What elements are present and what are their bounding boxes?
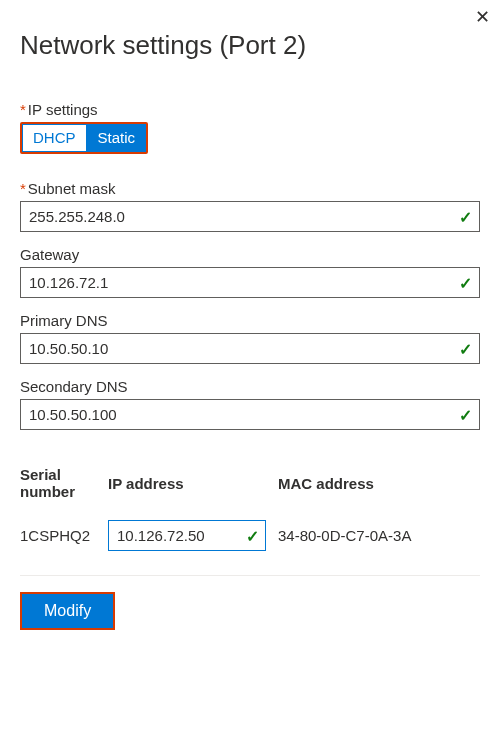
- ip-settings-toggle: DHCP Static: [20, 122, 148, 154]
- cell-ip-wrap: 10.126.72.50 ✓: [108, 520, 278, 551]
- ip-settings-label: *IP settings: [20, 101, 480, 118]
- check-icon: ✓: [246, 526, 259, 545]
- required-marker: *: [20, 101, 26, 118]
- divider: [20, 575, 480, 576]
- gateway-group: Gateway ✓: [20, 246, 480, 298]
- device-table: Serial number IP address MAC address 1CS…: [20, 466, 480, 551]
- gateway-label: Gateway: [20, 246, 480, 263]
- table-header-row: Serial number IP address MAC address: [20, 466, 480, 500]
- cell-mac: 34-80-0D-C7-0A-3A: [278, 527, 480, 544]
- secondary-dns-input[interactable]: [20, 399, 480, 430]
- check-icon: ✓: [459, 339, 472, 358]
- check-icon: ✓: [459, 273, 472, 292]
- cell-ip[interactable]: 10.126.72.50 ✓: [108, 520, 266, 551]
- secondary-dns-group: Secondary DNS ✓: [20, 378, 480, 430]
- cell-serial: 1CSPHQ2: [20, 527, 108, 544]
- subnet-label: *Subnet mask: [20, 180, 480, 197]
- subnet-label-text: Subnet mask: [28, 180, 116, 197]
- check-icon: ✓: [459, 207, 472, 226]
- primary-dns-group: Primary DNS ✓: [20, 312, 480, 364]
- table-row: 1CSPHQ2 10.126.72.50 ✓ 34-80-0D-C7-0A-3A: [20, 520, 480, 551]
- subnet-input[interactable]: [20, 201, 480, 232]
- cell-ip-value: 10.126.72.50: [117, 527, 205, 544]
- header-ip: IP address: [108, 475, 278, 492]
- check-icon: ✓: [459, 405, 472, 424]
- primary-dns-input[interactable]: [20, 333, 480, 364]
- page-title: Network settings (Port 2): [20, 30, 480, 61]
- modify-button[interactable]: Modify: [20, 592, 115, 630]
- dhcp-button[interactable]: DHCP: [22, 124, 87, 152]
- subnet-group: *Subnet mask ✓: [20, 180, 480, 232]
- primary-dns-label: Primary DNS: [20, 312, 480, 329]
- gateway-input[interactable]: [20, 267, 480, 298]
- secondary-dns-label: Secondary DNS: [20, 378, 480, 395]
- ip-settings-label-text: IP settings: [28, 101, 98, 118]
- header-mac: MAC address: [278, 475, 480, 492]
- header-serial: Serial number: [20, 466, 108, 500]
- ip-settings-group: *IP settings DHCP Static: [20, 101, 480, 154]
- close-icon[interactable]: ✕: [475, 8, 490, 26]
- required-marker: *: [20, 180, 26, 197]
- static-button[interactable]: Static: [87, 124, 147, 152]
